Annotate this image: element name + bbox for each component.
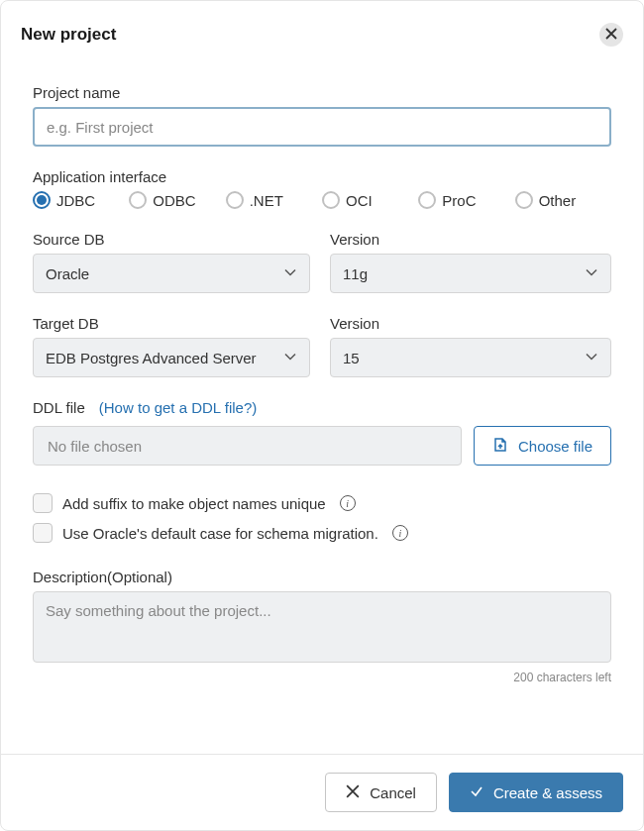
radio-label: ProC <box>442 192 476 209</box>
close-icon <box>605 28 617 43</box>
dialog-footer: Cancel Create & assess <box>1 754 643 830</box>
radio-proc[interactable]: ProC <box>418 191 514 209</box>
radio-label: .NET <box>250 192 283 209</box>
radio-label: JDBC <box>56 192 95 209</box>
ddl-label-row: DDL file (How to get a DDL file?) <box>33 399 611 416</box>
source-db-select[interactable]: Oracle <box>33 254 310 293</box>
source-db-row: Source DB Oracle Version 11g <box>33 231 611 293</box>
radio-icon <box>515 191 533 209</box>
options-group: Add suffix to make object names unique i… <box>33 493 611 543</box>
choose-file-label: Choose file <box>518 438 592 455</box>
radio-other[interactable]: Other <box>515 191 611 209</box>
close-icon <box>346 784 360 801</box>
cancel-button[interactable]: Cancel <box>325 773 437 812</box>
target-version-select[interactable]: 15 <box>330 338 611 377</box>
suffix-checkbox[interactable] <box>33 493 53 513</box>
file-chooser-row: No file chosen Choose file <box>33 426 611 466</box>
chevron-down-icon <box>585 350 598 366</box>
project-name-label: Project name <box>33 84 611 101</box>
target-db-select[interactable]: EDB Postgres Advanced Server <box>33 338 310 377</box>
chevron-down-icon <box>283 265 297 282</box>
radio-dotnet[interactable]: .NET <box>226 191 322 209</box>
check-icon <box>470 784 483 801</box>
source-version-group: Version 11g <box>330 231 611 293</box>
ddl-file-label: DDL file <box>33 399 85 416</box>
target-version-label: Version <box>330 315 611 332</box>
radio-label: OCI <box>346 192 373 209</box>
source-version-select[interactable]: 11g <box>330 254 611 293</box>
char-count: 200 characters left <box>33 671 611 684</box>
description-textarea[interactable] <box>33 591 611 663</box>
suffix-option-row: Add suffix to make object names unique i <box>33 493 611 513</box>
info-icon[interactable]: i <box>392 525 408 541</box>
radio-oci[interactable]: OCI <box>322 191 418 209</box>
source-version-value: 11g <box>343 265 368 282</box>
source-db-value: Oracle <box>46 265 89 282</box>
file-display: No file chosen <box>33 426 462 466</box>
app-interface-radios: JDBC ODBC .NET OCI ProC <box>33 191 611 209</box>
target-version-group: Version 15 <box>330 315 611 377</box>
app-interface-label: Application interface <box>33 168 611 185</box>
chevron-down-icon <box>585 265 598 282</box>
choose-file-button[interactable]: Choose file <box>474 426 611 466</box>
description-label: Description(Optional) <box>33 569 611 585</box>
target-db-group: Target DB EDB Postgres Advanced Server <box>33 315 310 377</box>
new-project-dialog: New project Project name Application int… <box>0 0 644 831</box>
radio-jdbc[interactable]: JDBC <box>33 191 129 209</box>
info-icon[interactable]: i <box>340 495 356 511</box>
dialog-content: Project name Application interface JDBC … <box>1 60 643 754</box>
chevron-down-icon <box>283 350 297 366</box>
default-case-label: Use Oracle's default case for schema mig… <box>62 525 378 542</box>
radio-icon <box>33 191 51 209</box>
radio-odbc[interactable]: ODBC <box>129 191 225 209</box>
source-db-label: Source DB <box>33 231 310 248</box>
create-assess-button[interactable]: Create & assess <box>449 773 623 812</box>
upload-icon <box>492 437 508 456</box>
radio-icon <box>322 191 340 209</box>
radio-icon <box>226 191 244 209</box>
suffix-label: Add suffix to make object names unique <box>62 495 326 512</box>
target-db-value: EDB Postgres Advanced Server <box>46 350 257 366</box>
dialog-header: New project <box>1 1 643 60</box>
submit-label: Create & assess <box>493 784 602 801</box>
dialog-title: New project <box>21 25 116 45</box>
radio-icon <box>129 191 147 209</box>
cancel-label: Cancel <box>370 784 416 801</box>
source-version-label: Version <box>330 231 611 248</box>
source-db-group: Source DB Oracle <box>33 231 310 293</box>
app-interface-group: Application interface JDBC ODBC .NET OCI <box>33 168 611 209</box>
project-name-input[interactable] <box>33 107 611 147</box>
target-version-value: 15 <box>343 350 360 366</box>
ddl-file-group: DDL file (How to get a DDL file?) No fil… <box>33 399 611 466</box>
description-group: Description(Optional) 200 characters lef… <box>33 569 611 684</box>
target-db-row: Target DB EDB Postgres Advanced Server V… <box>33 315 611 377</box>
radio-label: ODBC <box>153 192 195 209</box>
project-name-group: Project name <box>33 84 611 147</box>
default-case-checkbox[interactable] <box>33 523 53 543</box>
default-case-option-row: Use Oracle's default case for schema mig… <box>33 523 611 543</box>
radio-icon <box>418 191 436 209</box>
close-button[interactable] <box>599 23 623 47</box>
ddl-help-link[interactable]: (How to get a DDL file?) <box>99 399 258 416</box>
target-db-label: Target DB <box>33 315 310 332</box>
radio-label: Other <box>539 192 577 209</box>
